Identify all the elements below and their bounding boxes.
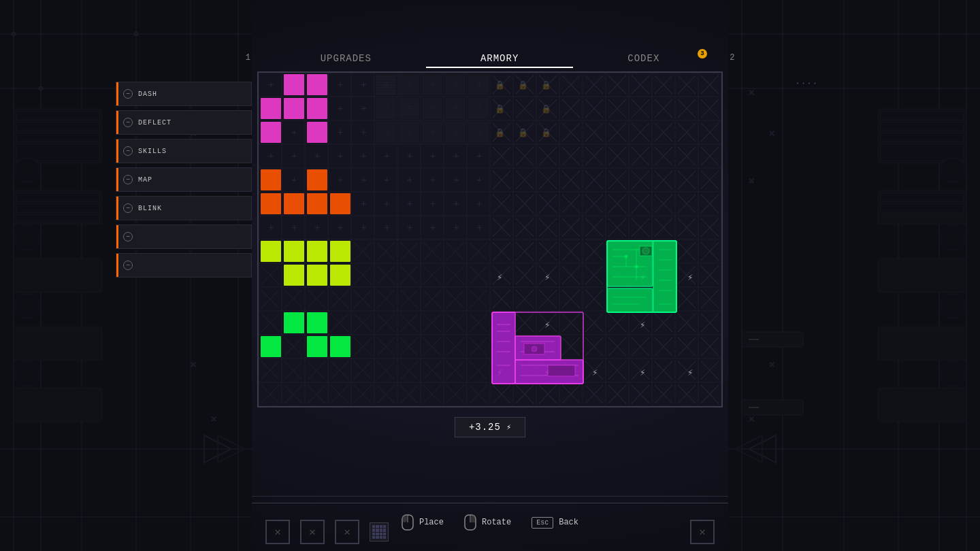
svg-rect-135 [399,122,419,143]
svg-point-65 [946,163,960,177]
minus-icon-deflect: − [123,118,133,127]
svg-rect-251 [548,365,575,376]
svg-text:⚡: ⚡ [640,319,645,330]
svg-text:🔒: 🔒 [541,80,551,90]
control-back: Esc Back [532,517,578,529]
svg-rect-73 [881,193,964,201]
svg-text:⚡: ⚡ [544,319,550,330]
back-label: Back [559,518,578,527]
svg-rect-62 [881,133,964,141]
svg-rect-148 [284,98,304,119]
energy-bar: +3.25 ⚡ [455,417,525,437]
svg-rect-238 [492,312,515,384]
svg-text:🔒: 🔒 [541,127,551,138]
sidebar-label-dash: DASH [138,90,157,98]
svg-rect-72 [878,190,966,224]
tab-upgrades[interactable]: Upgrades [266,49,426,68]
svg-text:⚡: ⚡ [497,271,502,282]
svg-rect-169 [330,336,350,357]
svg-rect-160 [307,241,327,262]
svg-rect-147 [261,98,281,119]
bottom-right-deco: ✕ [690,520,715,544]
svg-rect-164 [330,265,350,286]
svg-rect-37 [16,215,99,222]
svg-rect-149 [307,98,327,119]
svg-text:✕: ✕ [211,414,216,424]
control-place: Place [402,514,444,531]
tab-codex[interactable]: CODEx 3 [573,49,714,68]
svg-text:⚡: ⚡ [544,271,550,282]
svg-rect-152 [261,169,281,190]
svg-rect-40 [14,388,102,422]
svg-marker-42 [218,435,245,463]
svg-rect-259 [471,515,475,522]
left-panel: ✕ ✕ ✕ ✕ ✕ • • • • • • • • • • [0,0,252,551]
sidebar-item-dash[interactable]: − DASH [116,82,252,106]
svg-rect-35 [16,193,99,201]
svg-text:🔒: 🔒 [541,103,551,114]
tab-number-right: 2 [730,53,734,63]
svg-rect-131 [422,98,442,119]
svg-text:⚡: ⚡ [687,271,693,282]
svg-rect-154 [284,193,304,214]
left-board[interactable]: + [259,73,490,406]
bottom-left-deco: ✕ ✕ ✕ [265,520,389,544]
svg-rect-39 [14,327,102,361]
sidebar-item-map[interactable]: − MAP [116,167,252,192]
svg-rect-36 [16,204,99,212]
svg-rect-59 [878,109,966,163]
svg-point-228 [642,248,649,254]
minus-icon-blink: − [123,203,133,213]
minus-icon-map: − [123,175,133,184]
svg-rect-155 [307,169,327,190]
svg-rect-153 [261,193,281,214]
x-button-4[interactable]: ✕ [690,520,715,544]
svg-point-68 [941,294,965,318]
svg-point-26 [15,158,39,182]
sidebar-item-skills[interactable]: − SKILLS [116,139,252,163]
svg-text:🔒: 🔒 [518,127,528,138]
x-button-2[interactable]: ✕ [300,520,325,544]
svg-rect-126 [422,74,442,95]
svg-text:⚡: ⚡ [592,367,598,378]
svg-rect-218 [653,241,676,312]
svg-rect-146 [307,74,327,95]
svg-marker-41 [204,435,231,463]
sidebar-item-deflect[interactable]: − DEFLECT [116,110,252,135]
svg-rect-168 [307,336,327,357]
x-button-1[interactable]: ✕ [265,520,290,544]
svg-text:✕: ✕ [769,128,774,139]
svg-rect-127 [445,74,466,95]
svg-rect-163 [330,241,350,262]
control-rotate: Rotate [464,514,511,531]
tab-armory[interactable]: Armory [426,49,573,68]
svg-rect-24 [16,133,99,141]
svg-rect-157 [330,193,350,214]
svg-rect-128 [468,74,489,95]
sidebar-item-7[interactable]: − [116,253,252,278]
right-panel: ✕ ✕ ✕ ✕ ✕ [728,0,980,551]
svg-rect-161 [284,265,304,286]
svg-text:⚡: ⚡ [687,367,693,378]
svg-text:• • • •: • • • • [796,81,817,86]
mouse-right-icon [464,514,476,531]
svg-point-67 [946,231,960,245]
svg-rect-145 [284,74,304,95]
esc-key: Esc [532,517,553,529]
sidebar-item-6[interactable]: − [116,224,252,249]
mouse-left-icon [402,514,414,531]
right-board[interactable]: 🔒 🔒 🔒 🔒 🔒 🔒 🔒 🔒 ⚡ ⚡ ⚡ ⚡ ⚡ ⚡ [490,73,721,406]
sidebar-item-blink[interactable]: − BLINK [116,196,252,220]
svg-rect-75 [878,258,966,293]
svg-rect-129 [376,98,396,119]
place-label: Place [419,518,444,527]
svg-text:🔒: 🔒 [518,80,528,90]
svg-point-33 [20,367,34,381]
svg-point-11 [39,86,43,90]
x-button-3[interactable]: ✕ [335,520,359,544]
bottom-line [252,503,728,503]
svg-rect-61 [881,122,964,131]
right-panel-circuit: ✕ ✕ ✕ ✕ ✕ [728,0,980,551]
sidebar-label-skills: SKILLS [138,148,167,155]
svg-text:✕: ✕ [769,359,774,370]
